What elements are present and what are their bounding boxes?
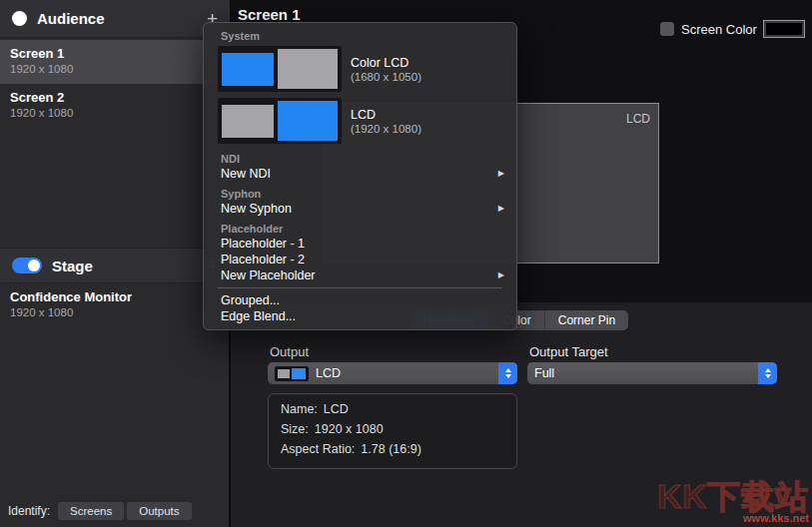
screen-color-label: Screen Color [681, 22, 757, 37]
sidebar-item-screen-2[interactable]: Screen 2 1920 x 1080 [0, 84, 230, 128]
output-target-label: Output Target [529, 344, 608, 359]
lcd-name: LCD [351, 108, 421, 122]
audience-toggle[interactable] [12, 11, 27, 26]
identify-outputs-button[interactable]: Outputs [127, 502, 191, 520]
info-row-name: Name: LCD [269, 399, 516, 419]
output-dropdown-value: LCD [316, 366, 491, 380]
info-aspect-value: 1.78 (16:9) [361, 442, 420, 456]
screen-1-resolution: 1920 x 1080 [10, 63, 220, 75]
identify-screens-button[interactable]: Screens [58, 502, 124, 520]
add-screen-context-menu: System Color LCD (1680 x 1050) LCD (1920… [203, 22, 517, 330]
confidence-monitor-title: Confidence Monitor [10, 289, 220, 304]
submenu-arrow-icon: ▶ [498, 201, 504, 217]
lcd-arrangement-thumbnail [218, 98, 342, 144]
screen-color-checkbox[interactable] [660, 22, 674, 36]
identify-label: Identify: [8, 504, 50, 518]
color-lcd-name: Color LCD [351, 56, 421, 70]
output-label: Output [270, 344, 309, 359]
sidebar-item-confidence-monitor[interactable]: Confidence Monitor 1920 x 1080 [0, 283, 230, 327]
menu-header-system: System [204, 27, 516, 43]
menu-item-placeholder-2[interactable]: Placeholder - 2 [204, 252, 516, 267]
menu-separator [218, 287, 502, 288]
menu-item-lcd[interactable]: LCD (1920 x 1080) [204, 95, 516, 147]
placeholder-1-label: Placeholder - 1 [221, 236, 305, 252]
lcd-resolution: (1920 x 1080) [351, 123, 421, 135]
output-target-dropdown-value: Full [534, 366, 751, 380]
sidebar: Audience + Screen 1 1920 x 1080 Screen 2… [0, 0, 230, 527]
edge-blend-label: Edge Blend... [221, 308, 296, 324]
info-name-label: Name: [281, 402, 318, 416]
screen-2-title: Screen 2 [10, 90, 220, 105]
identify-row: Identify: Screens Outputs [8, 502, 192, 520]
info-size-label: Size: [281, 422, 309, 436]
stage-section-title: Stage [52, 258, 197, 274]
confidence-monitor-resolution: 1920 x 1080 [10, 306, 220, 318]
stage-toggle[interactable] [12, 258, 42, 273]
page-title: Screen 1 [238, 6, 301, 23]
output-dropdown[interactable]: LCD [268, 362, 517, 384]
menu-item-new-ndi[interactable]: New NDI ▶ [204, 166, 516, 182]
screen-2-resolution: 1920 x 1080 [10, 107, 220, 119]
output-target-dropdown[interactable]: Full [527, 362, 777, 384]
info-name-value: LCD [324, 402, 349, 416]
menu-header-ndi: NDI [204, 150, 516, 166]
menu-item-new-syphon[interactable]: New Syphon ▶ [204, 201, 516, 217]
output-target-dropdown-stepper-icon [758, 362, 777, 384]
screen-color-swatch [766, 23, 802, 35]
output-dropdown-stepper-icon [498, 362, 517, 384]
color-lcd-arrangement-thumbnail [218, 46, 342, 92]
submenu-arrow-icon: ▶ [498, 267, 504, 283]
screen-color-well[interactable] [763, 20, 805, 38]
new-syphon-label: New Syphon [221, 201, 292, 217]
color-lcd-resolution: (1680 x 1050) [351, 71, 421, 83]
screen-1-title: Screen 1 [10, 46, 220, 61]
menu-item-new-placeholder[interactable]: New Placeholder ▶ [204, 267, 516, 283]
audience-section-title: Audience [37, 10, 197, 27]
selected-display-icon [222, 53, 274, 86]
placeholder-2-label: Placeholder - 2 [221, 252, 305, 267]
menu-header-placeholder: Placeholder [204, 220, 516, 236]
info-aspect-label: Aspect Ratio: [281, 442, 355, 456]
stage-section-header: Stage + [0, 248, 230, 283]
info-row-size: Size: 1920 x 1080 [269, 419, 516, 439]
selected-display-icon [278, 101, 338, 141]
menu-item-grouped[interactable]: Grouped... [204, 292, 516, 308]
display-arrangement-label: LCD [626, 112, 650, 126]
other-display-icon [278, 49, 338, 89]
info-size-value: 1920 x 1080 [315, 422, 384, 436]
grouped-label: Grouped... [221, 292, 280, 308]
menu-item-edge-blend[interactable]: Edge Blend... [204, 308, 516, 324]
new-placeholder-label: New Placeholder [221, 267, 316, 283]
audience-section-header: Audience + [0, 0, 230, 38]
info-row-aspect-ratio: Aspect Ratio: 1.78 (16:9) [269, 439, 516, 459]
sidebar-item-screen-1[interactable]: Screen 1 1920 x 1080 [0, 40, 230, 84]
submenu-arrow-icon: ▶ [498, 166, 504, 182]
app-window: Audience + Screen 1 1920 x 1080 Screen 2… [0, 0, 812, 527]
stage-toggle-knob [28, 260, 40, 271]
other-display-icon [222, 105, 274, 138]
menu-header-syphon: Syphon [204, 185, 516, 201]
menu-item-color-lcd[interactable]: Color LCD (1680 x 1050) [204, 43, 516, 95]
display-info-box: Name: LCD Size: 1920 x 1080 Aspect Ratio… [268, 393, 517, 469]
output-display-thumbnail [275, 366, 309, 381]
tab-corner-pin[interactable]: Corner Pin [544, 310, 628, 330]
new-ndi-label: New NDI [221, 166, 271, 182]
menu-item-placeholder-1[interactable]: Placeholder - 1 [204, 236, 516, 252]
